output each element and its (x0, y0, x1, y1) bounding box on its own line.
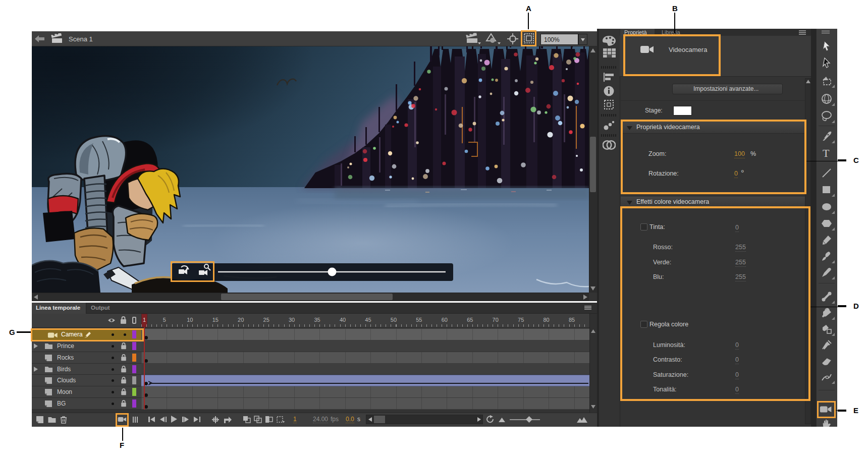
svg-text:T: T (823, 147, 830, 158)
